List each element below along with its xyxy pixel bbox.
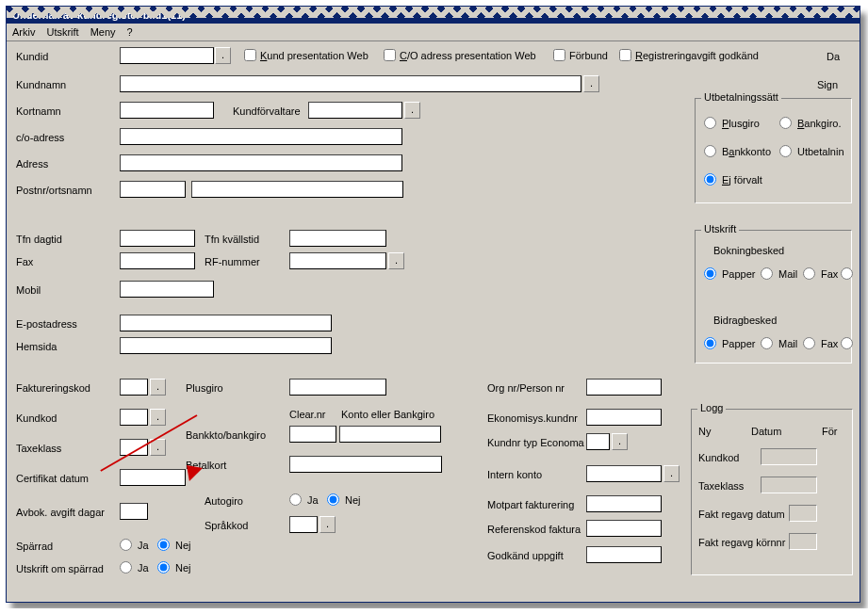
label-coadress: c/o-adress xyxy=(16,132,64,143)
regavg-checkbox[interactable] xyxy=(619,49,631,61)
sparrad-nej-radio[interactable] xyxy=(157,539,170,551)
label-kortnamn: Kortnamn xyxy=(16,105,61,117)
bidr-extra-radio[interactable] xyxy=(841,337,853,349)
label-autogiro-ja: Ja xyxy=(307,494,319,506)
group-utbet-title: Utbetalningssätt xyxy=(701,91,781,103)
usparrad-ja-radio[interactable] xyxy=(120,561,132,574)
utbet-plusgiro-radio[interactable] xyxy=(704,117,716,129)
bidr-papper-radio[interactable] xyxy=(704,337,716,349)
autogiro-ja-radio[interactable] xyxy=(289,493,302,506)
coadress-input[interactable] xyxy=(120,128,402,145)
clearnr-input[interactable] xyxy=(289,426,336,443)
internkonto-input[interactable] xyxy=(586,465,662,482)
fax-input[interactable] xyxy=(120,252,195,269)
internkonto-lookup-button[interactable]: . xyxy=(663,465,680,482)
kundforvaltare-lookup-button[interactable]: . xyxy=(404,102,420,119)
label-godkand: Godkänd uppgift xyxy=(487,550,564,561)
window-title: Underhåll av kundregister bild1(11) xyxy=(7,7,860,24)
hemsida-input[interactable] xyxy=(120,337,332,354)
certdatum-input[interactable] xyxy=(120,469,186,486)
utbet-bankkonto-label: Bankkonto xyxy=(722,146,771,157)
logg-faktkorn-input[interactable] xyxy=(789,533,817,550)
label-bankkto: Bankkto/bankgiro xyxy=(186,429,266,441)
bokn-papper-radio[interactable] xyxy=(704,267,716,280)
postnr-input[interactable] xyxy=(120,181,186,198)
faktkod-input[interactable] xyxy=(120,379,148,396)
sparrad-ja-radio[interactable] xyxy=(120,539,132,551)
utbet-utbetalnin-label: Utbetalnin xyxy=(797,146,844,157)
betalkort-input[interactable] xyxy=(289,456,442,473)
mobil-input[interactable] xyxy=(120,281,214,298)
orgnr-input[interactable] xyxy=(586,379,662,396)
tfndag-input[interactable] xyxy=(120,230,195,247)
label-autogiro: Autogiro xyxy=(205,495,243,507)
ortsnamn-input[interactable] xyxy=(191,181,403,198)
taxeklass-input[interactable] xyxy=(120,439,148,456)
autogiro-nej-radio[interactable] xyxy=(327,493,339,506)
label-taxeklass: Taxeklass xyxy=(16,443,61,454)
bokn-fax-radio[interactable] xyxy=(803,267,815,280)
kundkod-lookup-button[interactable]: . xyxy=(150,409,166,426)
kundforvaltare-input[interactable] xyxy=(308,102,402,119)
logg-faktdat-input[interactable] xyxy=(789,505,817,522)
forbund-checkbox[interactable] xyxy=(553,49,565,61)
refkod-input[interactable] xyxy=(586,520,662,537)
rfnummer-input[interactable] xyxy=(289,252,386,269)
kundid-lookup-button[interactable]: . xyxy=(215,47,231,64)
motpart-input[interactable] xyxy=(586,495,662,512)
menu-meny[interactable]: Meny xyxy=(90,26,116,38)
tfnkvall-input[interactable] xyxy=(289,230,386,247)
utbet-utbetalnin-radio[interactable] xyxy=(779,145,792,157)
usparrad-nej-radio[interactable] xyxy=(157,561,170,574)
logg-taxeklass-input[interactable] xyxy=(761,477,817,493)
menubar: Arkiv Utskrift Meny ? xyxy=(7,24,860,41)
menu-arkiv[interactable]: Arkiv xyxy=(12,26,35,38)
label-postnr: Postnr/ortsnamn xyxy=(16,185,92,196)
logg-kundkod-input[interactable] xyxy=(761,448,817,465)
kundkod-input[interactable] xyxy=(120,409,148,426)
kundid-input[interactable] xyxy=(120,47,214,64)
sprakkod-input[interactable] xyxy=(289,516,318,533)
faktkod-lookup-button[interactable]: . xyxy=(150,379,166,396)
kundnamn-input[interactable] xyxy=(120,75,581,92)
utbet-bankkonto-radio[interactable] xyxy=(704,145,716,157)
bidr-fax-radio[interactable] xyxy=(803,337,815,349)
bokn-fax-label: Fax xyxy=(821,268,838,280)
kundpresweb-checkbox[interactable] xyxy=(244,49,256,61)
logg-col-ny: Ny xyxy=(698,426,711,437)
menu-utskrift[interactable]: Utskrift xyxy=(46,26,78,38)
menu-help[interactable]: ? xyxy=(127,26,133,38)
kundnreco-input[interactable] xyxy=(586,433,610,450)
avbok-input[interactable] xyxy=(120,503,148,520)
kundnreco-lookup-button[interactable]: . xyxy=(612,433,628,450)
epost-input[interactable] xyxy=(120,315,332,331)
bokn-papper-label: Papper xyxy=(722,268,755,280)
bokn-extra-radio[interactable] xyxy=(841,267,853,280)
label-mobil: Mobil xyxy=(16,284,41,296)
kundnamn-lookup-button[interactable]: . xyxy=(583,75,599,92)
rfnummer-lookup-button[interactable]: . xyxy=(388,252,404,269)
adress-input[interactable] xyxy=(120,154,402,171)
label-regavg: Registreringavgift godkänd xyxy=(635,50,759,61)
label-bokning: Bokningbesked xyxy=(713,245,784,256)
plusgiro-input[interactable] xyxy=(289,379,386,396)
group-utskrift-title: Utskrift xyxy=(701,223,739,234)
label-orgnr: Org nr/Person nr xyxy=(487,382,565,394)
label-forbund: Förbund xyxy=(569,50,608,61)
utbet-ejforvalt-label: Ej förvalt xyxy=(722,174,762,186)
label-epost: E-postadress xyxy=(16,318,77,330)
sprakkod-lookup-button[interactable]: . xyxy=(319,516,336,533)
bidr-mail-radio[interactable] xyxy=(761,337,773,349)
label-internkonto: Intern konto xyxy=(487,469,542,480)
label-kontobg: Konto eller Bankgiro xyxy=(341,409,434,420)
godkand-input[interactable] xyxy=(586,546,662,563)
ekokund-input[interactable] xyxy=(586,409,662,426)
copresweb-checkbox[interactable] xyxy=(384,49,396,61)
utbet-ejforvalt-radio[interactable] xyxy=(704,173,716,186)
label-tfnkvall: Tfn kvällstid xyxy=(205,234,259,245)
label-clearnr: Clear.nr xyxy=(289,409,326,420)
kortnamn-input[interactable] xyxy=(120,102,214,119)
kontobg-input[interactable] xyxy=(339,426,441,443)
bokn-mail-radio[interactable] xyxy=(761,267,773,280)
utbet-bankgiro-radio[interactable] xyxy=(779,117,792,129)
